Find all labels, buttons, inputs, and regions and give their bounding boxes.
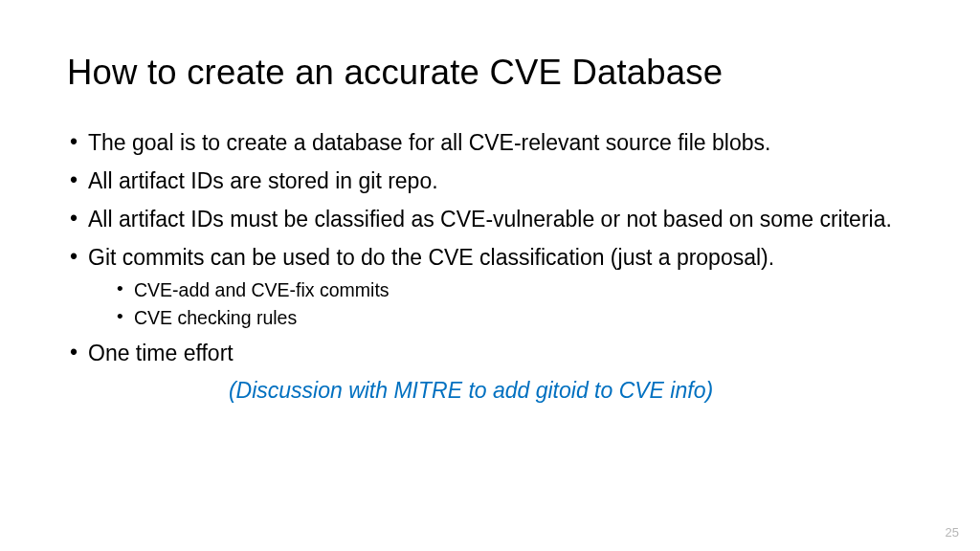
discussion-note: (Discussion with MITRE to add gitoid to …: [67, 378, 913, 404]
sub-bullet-item: CVE-add and CVE-fix commits: [115, 278, 913, 302]
slide-content: How to create an accurate CVE Database T…: [0, 0, 980, 404]
slide-title: How to create an accurate CVE Database: [67, 53, 913, 93]
bullet-item: One time effort: [67, 340, 913, 368]
bullet-item: All artifact IDs are stored in git repo.: [67, 167, 913, 196]
bullet-item: The goal is to create a database for all…: [67, 129, 913, 158]
bullet-text: Git commits can be used to do the CVE cl…: [88, 245, 774, 270]
bullet-list: The goal is to create a database for all…: [67, 129, 913, 368]
sub-bullet-list: CVE-add and CVE-fix commits CVE checking…: [115, 278, 913, 331]
bullet-item: Git commits can be used to do the CVE cl…: [67, 244, 913, 331]
bullet-item: All artifact IDs must be classified as C…: [67, 206, 913, 234]
page-number: 25: [946, 525, 959, 540]
sub-bullet-item: CVE checking rules: [115, 306, 913, 330]
